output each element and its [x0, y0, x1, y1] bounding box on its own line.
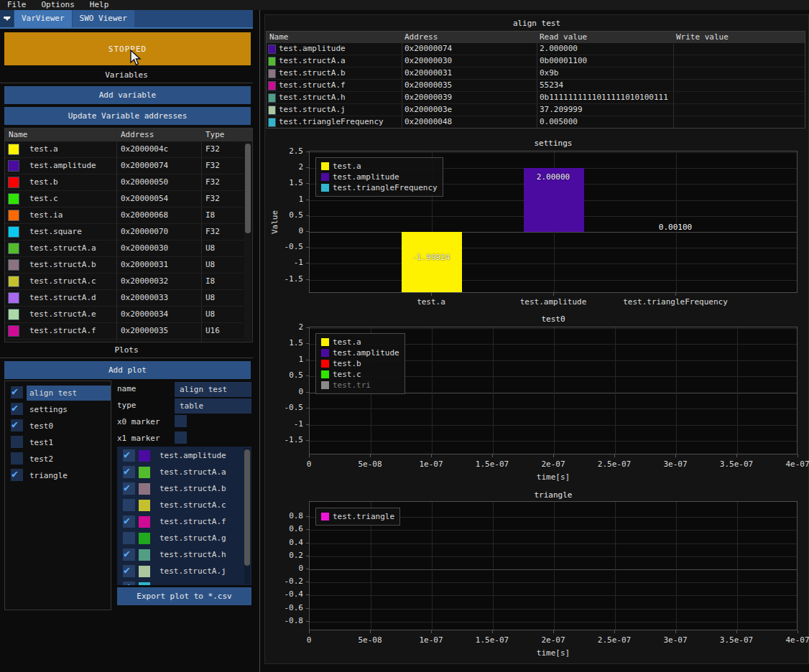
series-checkbox[interactable]	[123, 582, 135, 585]
menu-file[interactable]: File	[7, 0, 27, 10]
tab-swo-viewer[interactable]: SWO Viewer	[73, 10, 134, 27]
variable-color-swatch[interactable]	[8, 325, 19, 337]
variable-color-swatch[interactable]	[8, 226, 19, 238]
menu-options[interactable]: Options	[42, 0, 75, 10]
plot-list-item[interactable]: triangle	[5, 467, 111, 484]
variable-color-swatch[interactable]	[8, 243, 19, 254]
x0-marker-checkbox[interactable]	[175, 415, 187, 427]
series-checkbox[interactable]	[123, 532, 135, 544]
add-plot-button[interactable]: Add plot	[4, 361, 251, 379]
variable-row[interactable]: test.structA.e0x20000034U8	[5, 307, 244, 323]
variables-scrollbar[interactable]	[244, 142, 251, 341]
plot-series-item[interactable]: test.structA.h	[117, 547, 251, 564]
scrollbar-thumb[interactable]	[245, 144, 251, 233]
legend-entry[interactable]: test.b	[321, 360, 399, 368]
series-checkbox[interactable]	[123, 515, 135, 528]
tab-varviewer[interactable]: VarViewer	[14, 10, 72, 27]
plot-series-item[interactable]: test.structA.j	[117, 564, 251, 580]
variable-row[interactable]: test.structA.c0x20000032I8	[5, 274, 244, 290]
col-address[interactable]: Address	[404, 32, 438, 42]
variable-color-swatch[interactable]	[8, 292, 19, 304]
plot-list-item[interactable]: test0	[5, 418, 111, 434]
align-table-row[interactable]: test.structA.h0x200000390b11111111110111…	[267, 92, 805, 104]
col-name[interactable]: Name	[269, 32, 289, 42]
variable-row[interactable]: test.amplitude0x20000074F32	[5, 158, 244, 174]
align-table-row[interactable]: test.structA.a0x200000300b00001100	[267, 55, 805, 67]
col-name[interactable]: Name	[9, 130, 28, 139]
plot-series-item[interactable]: test.structA.f	[117, 514, 251, 531]
plot-list-item-label[interactable]: triangle	[27, 468, 111, 483]
legend-entry[interactable]: test.c	[321, 370, 399, 378]
export-csv-button[interactable]: Export plot to *.csv	[117, 587, 251, 605]
variable-color-swatch[interactable]	[8, 276, 19, 287]
variable-color-swatch[interactable]	[8, 193, 19, 205]
variable-color-swatch[interactable]	[8, 210, 19, 221]
plot-list-item[interactable]: align test	[5, 385, 111, 401]
plot-area[interactable]: test.triangle	[309, 501, 798, 630]
plot-list-item-label[interactable]: test0	[27, 419, 111, 434]
align-table-row[interactable]: test.structA.j0x2000003e37.209999	[267, 104, 805, 116]
plot-list-item-label[interactable]: test1	[27, 435, 111, 450]
acquisition-state-button[interactable]: STOPPED	[4, 32, 251, 65]
variable-row[interactable]: test.square0x20000070F32	[5, 224, 244, 241]
plot-series-item[interactable]: test.amplitude	[117, 448, 251, 465]
plot-list-item-label[interactable]: settings	[27, 402, 111, 417]
col-type[interactable]: Type	[205, 130, 225, 139]
legend-entry[interactable]: test.a	[321, 162, 438, 170]
plot-visibility-checkbox[interactable]	[11, 436, 23, 448]
align-table-row[interactable]: test.structA.b0x200000310x9b	[267, 67, 805, 80]
series-checkbox[interactable]	[123, 565, 135, 577]
legend-entry[interactable]: test.tri	[321, 381, 399, 389]
legend-entry[interactable]: test.triangleFrequency	[321, 184, 438, 192]
legend-entry[interactable]: test.a	[321, 338, 399, 346]
col-address[interactable]: Address	[121, 130, 154, 139]
series-checkbox[interactable]	[123, 466, 135, 478]
plot-list-item[interactable]: settings	[5, 401, 111, 418]
variable-row[interactable]: test.structA.b0x20000031U8	[5, 257, 244, 274]
add-variable-button[interactable]: Add variable	[4, 86, 251, 104]
series-checkbox[interactable]	[123, 449, 135, 462]
variable-row[interactable]	[5, 340, 244, 342]
align-table-row[interactable]: test.triangleFrequency0x200000480.005000	[267, 116, 805, 129]
x1-marker-checkbox[interactable]	[175, 431, 187, 444]
plot-list-item[interactable]: test2	[5, 451, 111, 467]
series-checkbox[interactable]	[123, 482, 135, 495]
scrollbar-thumb[interactable]	[244, 449, 250, 566]
variable-color-swatch[interactable]	[8, 342, 19, 342]
update-variable-addresses-button[interactable]: Update Variable addresses	[4, 107, 251, 125]
col-read-value[interactable]: Read value	[540, 32, 587, 42]
plot-series-item[interactable]: test.structA.c	[117, 498, 251, 514]
plot-visibility-checkbox[interactable]	[11, 469, 23, 481]
plot-name-input[interactable]: align test	[175, 382, 251, 397]
plot-series-item[interactable]: test.structA.g	[117, 531, 251, 547]
tab-list-icon[interactable]	[0, 10, 14, 27]
variable-row[interactable]: test.structA.d0x20000033U8	[5, 290, 244, 307]
plot-list-item[interactable]: test1	[5, 434, 111, 451]
col-write-value[interactable]: Write value	[676, 32, 729, 42]
plot-list-item-label[interactable]: test2	[27, 452, 111, 467]
legend-entry[interactable]: test.amplitude	[321, 173, 438, 181]
plot-visibility-checkbox[interactable]	[11, 403, 23, 415]
plot-visibility-checkbox[interactable]	[11, 386, 23, 398]
series-checkbox[interactable]	[123, 499, 135, 511]
plot-series-item[interactable]: test.structA.a	[117, 465, 251, 481]
plot-type-select[interactable]: table	[175, 398, 251, 414]
plot-list-item-label[interactable]: align test	[27, 386, 111, 401]
variable-row[interactable]: test.a0x2000004cF32	[5, 141, 244, 158]
plot-series-item[interactable]	[117, 580, 251, 585]
variable-row[interactable]: test.b0x20000050F32	[5, 174, 244, 191]
legend-entry[interactable]: test.triangle	[321, 513, 394, 521]
panel-splitter[interactable]	[259, 10, 260, 672]
variable-row[interactable]: test.c0x20000054F32	[5, 191, 244, 207]
series-scrollbar[interactable]	[244, 448, 250, 584]
align-table-row[interactable]: test.amplitude0x200000742.000000	[267, 43, 805, 55]
align-table-row[interactable]: test.structA.f0x2000003555234	[267, 80, 805, 92]
variable-color-swatch[interactable]	[8, 177, 19, 188]
plot-visibility-checkbox[interactable]	[11, 452, 23, 465]
variable-color-swatch[interactable]	[8, 160, 19, 172]
series-checkbox[interactable]	[123, 549, 135, 561]
variable-color-swatch[interactable]	[8, 144, 19, 155]
variable-row[interactable]: test.structA.f0x20000035U16	[5, 323, 244, 340]
menu-help[interactable]: Help	[90, 0, 109, 10]
plot-visibility-checkbox[interactable]	[11, 419, 23, 431]
